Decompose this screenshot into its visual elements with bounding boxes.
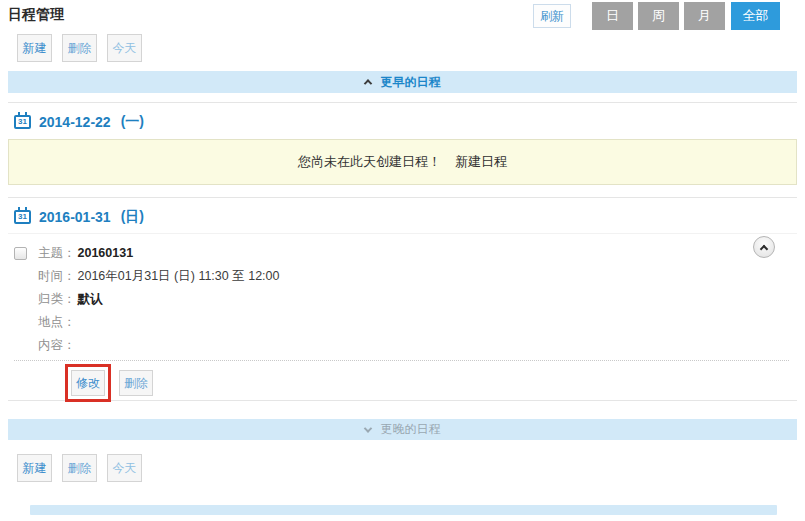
view-all-button[interactable]: 全部: [731, 2, 780, 30]
field-label: 内容：: [38, 338, 76, 352]
today-button[interactable]: 今天: [107, 454, 142, 482]
event-actions: 修改 删除: [65, 364, 153, 402]
toolbar-bottom: 新建 删除 今天: [17, 454, 142, 482]
view-week-button[interactable]: 周: [638, 2, 679, 30]
calendar-icon: 31: [14, 210, 31, 224]
modify-button[interactable]: 修改: [71, 370, 105, 396]
view-controls: 刷新 日 周 月 全部: [533, 2, 780, 30]
field-value: 2016年01月31日 (日) 11:30 至 12:00: [78, 269, 280, 283]
field-value: 20160131: [78, 246, 134, 260]
modify-highlight-box: 修改: [65, 364, 111, 402]
chevron-up-icon: [363, 79, 371, 87]
chevron-up-icon: [760, 244, 768, 252]
chevron-down-icon: [363, 424, 371, 432]
date-header-2016-01-31: 31 2016-01-31 (日): [8, 197, 797, 226]
field-label: 地点：: [38, 315, 76, 329]
page-title: 日程管理: [8, 6, 64, 24]
field-row-category: 归类：默认: [38, 288, 279, 311]
weekday-text: (一): [121, 113, 144, 131]
new-button[interactable]: 新建: [17, 34, 52, 62]
event-fields: 主题：20160131 时间：2016年01月31日 (日) 11:30 至 1…: [38, 242, 279, 357]
field-value: 默认: [78, 292, 103, 306]
field-label: 时间：: [38, 269, 76, 283]
delete-button[interactable]: 删除: [62, 34, 97, 62]
view-month-button[interactable]: 月: [684, 2, 725, 30]
create-schedule-link[interactable]: 新建日程: [455, 153, 507, 171]
field-row-location: 地点：: [38, 311, 279, 334]
field-row-time: 时间：2016年01月31日 (日) 11:30 至 12:00: [38, 265, 279, 288]
later-schedules-bar[interactable]: 更晚的日程: [8, 419, 797, 440]
later-schedules-label: 更晚的日程: [381, 421, 441, 438]
collapse-event-button[interactable]: [753, 236, 775, 258]
date-text[interactable]: 2014-12-22: [39, 114, 111, 130]
dotted-divider: [14, 360, 789, 361]
weekday-text: (日): [121, 208, 144, 226]
delete-button[interactable]: 删除: [62, 454, 97, 482]
empty-day-notice: 您尚未在此天创建日程！ 新建日程: [8, 139, 797, 185]
today-button[interactable]: 今天: [107, 34, 142, 62]
calendar-icon: 31: [14, 115, 31, 129]
date-text[interactable]: 2016-01-31: [39, 209, 111, 225]
view-day-button[interactable]: 日: [592, 2, 633, 30]
field-row-subject: 主题：20160131: [38, 242, 279, 265]
event-card: 主题：20160131 时间：2016年01月31日 (日) 11:30 至 1…: [8, 233, 797, 401]
toolbar-top: 新建 删除 今天: [17, 34, 142, 62]
schedule-manager: 日程管理 刷新 日 周 月 全部 新建 删除 今天 更早的日程 31 2014-…: [0, 0, 805, 521]
earlier-schedules-label: 更早的日程: [381, 74, 441, 91]
event-checkbox[interactable]: [14, 247, 27, 260]
empty-notice-text: 您尚未在此天创建日程！: [298, 153, 441, 171]
field-label: 主题：: [38, 246, 76, 260]
new-button[interactable]: 新建: [17, 454, 52, 482]
event-delete-button[interactable]: 删除: [119, 370, 153, 396]
field-row-content: 内容：: [38, 334, 279, 357]
date-header-2014-12-22: 31 2014-12-22 (一): [8, 102, 797, 131]
refresh-button[interactable]: 刷新: [533, 4, 571, 28]
field-label: 归类：: [38, 292, 76, 306]
earlier-schedules-bar[interactable]: 更早的日程: [8, 71, 797, 93]
footer-bar: [30, 505, 777, 515]
